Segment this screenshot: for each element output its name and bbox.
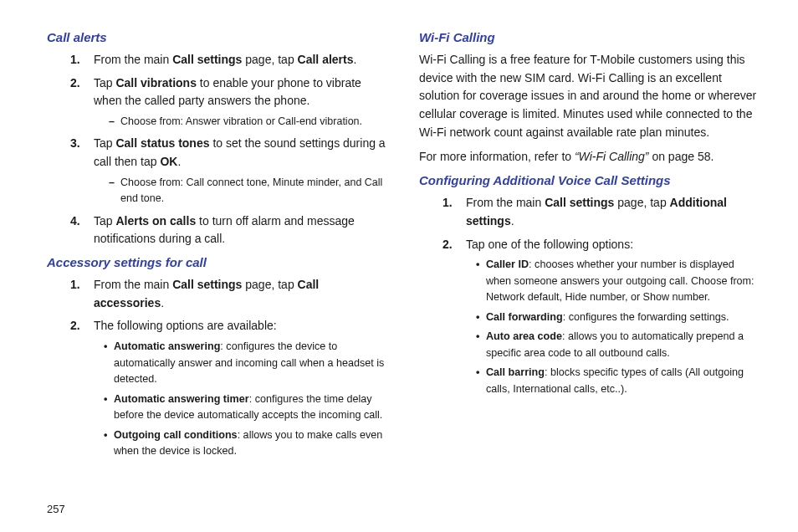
list-item: 2. Tap Call vibrations to enable your ph… (70, 74, 389, 130)
bold-text: Call alerts (298, 53, 354, 66)
bullet-list: Caller ID: chooses whether your number i… (466, 257, 761, 397)
text: page, tap (242, 53, 297, 66)
bullet-item: Call forwarding: configures the forwardi… (476, 309, 761, 326)
bullet-item: Automatic answering: configures the devi… (104, 339, 389, 388)
item-number: 3. (70, 135, 80, 153)
item-number: 1. (442, 194, 453, 212)
bold-text: Call settings (172, 53, 242, 66)
list-item: 3. Tap Call status tones to set the soun… (70, 135, 389, 207)
accessory-list: 1. From the main Call settings page, tap… (70, 276, 389, 460)
text: page, tap (614, 196, 669, 209)
text: From the main (94, 278, 172, 291)
item-number: 4. (70, 212, 80, 231)
two-column-layout: Call alerts 1. From the main Call settin… (47, 30, 761, 496)
text: on page 58. (649, 150, 714, 163)
bullet-item: Outgoing call conditions: allows you to … (104, 427, 389, 460)
left-column: Call alerts 1. From the main Call settin… (47, 30, 389, 496)
text: Tap (94, 76, 115, 90)
bold-text: Outgoing call conditions (114, 429, 238, 441)
heading-configuring-additional: Configuring Additional Voice Call Settin… (419, 173, 761, 187)
heading-wifi-calling: Wi-Fi Calling (419, 30, 761, 44)
heading-accessory-settings: Accessory settings for call (47, 255, 389, 269)
text: : configures the forwarding settings. (563, 311, 729, 323)
bullet-item: Call barring: blocks specific types of c… (476, 365, 761, 397)
call-alerts-list: 1. From the main Call settings page, tap… (70, 51, 389, 248)
wifi-xref: For more information, refer to “Wi-Fi Ca… (419, 148, 761, 166)
item-number: 2. (442, 236, 453, 254)
dash-item: Choose from: Answer vibration or Call-en… (109, 114, 389, 130)
bold-text: Call status tones (115, 136, 209, 150)
bullet-list: Automatic answering: configures the devi… (94, 339, 389, 460)
bold-text: Automatic answering (114, 340, 220, 352)
text: Tap (94, 214, 115, 228)
cross-reference-link[interactable]: “Wi-Fi Calling” (575, 150, 649, 163)
list-item: 4. Tap Alerts on calls to turn off alarm… (70, 212, 389, 248)
list-item: 1. From the main Call settings page, tap… (70, 276, 389, 312)
text: For more information, refer to (419, 150, 575, 163)
bold-text: Auto area code (486, 330, 562, 342)
list-item: 1. From the main Call settings page, tap… (442, 194, 761, 230)
text: From the main (466, 196, 545, 209)
text: . (511, 214, 514, 228)
item-number: 1. (70, 51, 80, 69)
heading-call-alerts: Call alerts (47, 30, 389, 44)
bold-text: Automatic answering timer (114, 393, 249, 405)
text: . (177, 155, 181, 168)
text: Tap (94, 136, 115, 150)
bold-text: Call forwarding (486, 311, 563, 323)
item-number: 2. (70, 317, 80, 335)
dash-item: Choose from: Call connect tone, Minute m… (109, 175, 389, 207)
text: The following options are available: (94, 319, 277, 332)
list-item: 2. Tap one of the following options: Cal… (442, 236, 761, 398)
dash-list: Choose from: Answer vibration or Call-en… (94, 114, 389, 130)
right-column: Wi-Fi Calling Wi-Fi Calling is a free fe… (419, 30, 761, 496)
config-list: 1. From the main Call settings page, tap… (442, 194, 761, 397)
bold-text: Call vibrations (115, 76, 196, 90)
list-item: 1. From the main Call settings page, tap… (70, 51, 389, 69)
text: Tap one of the following options: (466, 238, 633, 251)
text: page, tap (242, 278, 297, 291)
dash-list: Choose from: Call connect tone, Minute m… (94, 175, 389, 207)
text: . (161, 296, 164, 309)
bold-text: Call settings (172, 278, 242, 291)
item-number: 1. (70, 276, 80, 294)
bold-text: Call settings (545, 196, 614, 209)
bold-text: Alerts on calls (115, 214, 196, 228)
bold-text: Call barring (486, 366, 545, 378)
bullet-item: Automatic answering timer: configures th… (104, 391, 389, 424)
text: From the main (94, 53, 172, 66)
wifi-description: Wi-Fi Calling is a free feature for T-Mo… (419, 51, 761, 141)
list-item: 2. The following options are available: … (70, 317, 389, 459)
bullet-item: Auto area code: allows you to automatica… (476, 329, 761, 361)
bold-text: OK (160, 155, 177, 168)
bold-text: Caller ID (486, 258, 529, 270)
page-number: 257 (47, 503, 761, 515)
bullet-item: Caller ID: chooses whether your number i… (476, 257, 761, 306)
item-number: 2. (70, 74, 80, 93)
text: . (354, 53, 357, 66)
